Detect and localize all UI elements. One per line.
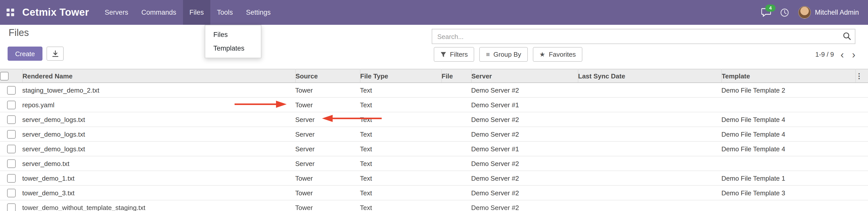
cell-server[interactable]: Demo Server #2: [471, 171, 578, 185]
cell-last-sync-date[interactable]: [578, 83, 721, 97]
cell-server[interactable]: Demo Server #2: [471, 83, 578, 97]
menu-servers[interactable]: Servers: [98, 0, 135, 25]
cell-file[interactable]: [441, 127, 471, 142]
favorites-button[interactable]: ★ Favorites: [533, 47, 582, 62]
cell-template[interactable]: Demo File Template 1: [721, 171, 855, 185]
cell-last-sync-date[interactable]: [578, 112, 721, 127]
cell-source[interactable]: Tower: [295, 97, 360, 112]
cell-source[interactable]: Tower: [295, 185, 360, 200]
menu-tools[interactable]: Tools: [210, 0, 239, 25]
table-row[interactable]: repos.yaml Tower Text Demo Server #1: [0, 97, 868, 112]
group-by-button[interactable]: ≡ Group By: [479, 47, 528, 62]
row-checkbox[interactable]: [7, 145, 16, 153]
row-checkbox[interactable]: [7, 174, 16, 182]
cell-rendered-name[interactable]: server_demo_logs.txt: [22, 142, 295, 156]
table-row[interactable]: tower_demo_without_template_staging.txt …: [0, 200, 868, 211]
pager-previous-button[interactable]: ‹: [839, 49, 845, 59]
messages-button[interactable]: 4: [761, 8, 771, 17]
cell-source[interactable]: Server: [295, 112, 360, 127]
cell-template[interactable]: Demo File Template 3: [721, 185, 855, 200]
cell-server[interactable]: Demo Server #2: [471, 112, 578, 127]
activities-button[interactable]: [780, 8, 789, 17]
cell-server[interactable]: Demo Server #1: [471, 142, 578, 156]
cell-last-sync-date[interactable]: [578, 97, 721, 112]
table-row[interactable]: server_demo_logs.txt Server Text Demo Se…: [0, 142, 868, 156]
cell-file-type[interactable]: Text: [360, 97, 441, 112]
cell-template[interactable]: [721, 156, 855, 171]
optional-columns-toggle[interactable]: ⋮: [855, 69, 868, 83]
cell-file-type[interactable]: Text: [360, 185, 441, 200]
cell-server[interactable]: Demo Server #2: [471, 200, 578, 211]
table-row[interactable]: server_demo_logs.txt Server Text Demo Se…: [0, 127, 868, 142]
cell-rendered-name[interactable]: server_demo_logs.txt: [22, 112, 295, 127]
dropdown-item-files[interactable]: Files: [205, 28, 261, 41]
cell-server[interactable]: Demo Server #2: [471, 156, 578, 171]
cell-file-type[interactable]: Text: [360, 142, 441, 156]
row-checkbox[interactable]: [7, 86, 16, 94]
row-checkbox[interactable]: [7, 203, 16, 211]
cell-last-sync-date[interactable]: [578, 127, 721, 142]
table-row[interactable]: server_demo.txt Server Text Demo Server …: [0, 156, 868, 171]
cell-template[interactable]: Demo File Template 4: [721, 142, 855, 156]
search-icon[interactable]: [843, 32, 851, 42]
cell-last-sync-date[interactable]: [578, 142, 721, 156]
cell-last-sync-date[interactable]: [578, 185, 721, 200]
cell-server[interactable]: Demo Server #2: [471, 127, 578, 142]
cell-source[interactable]: Server: [295, 127, 360, 142]
cell-template[interactable]: [721, 200, 855, 211]
cell-source[interactable]: Tower: [295, 171, 360, 185]
cell-rendered-name[interactable]: tower_demo_3.txt: [22, 185, 295, 200]
column-server[interactable]: Server: [471, 69, 578, 83]
cell-template[interactable]: [721, 97, 855, 112]
column-file-type[interactable]: File Type: [360, 69, 441, 83]
pager-next-button[interactable]: ›: [850, 49, 857, 59]
cell-file-type[interactable]: Text: [360, 171, 441, 185]
cell-file[interactable]: [441, 200, 471, 211]
dropdown-item-templates[interactable]: Templates: [205, 41, 261, 55]
row-checkbox[interactable]: [7, 115, 16, 124]
cell-file-type[interactable]: Text: [360, 127, 441, 142]
cell-last-sync-date[interactable]: [578, 156, 721, 171]
column-last-sync-date[interactable]: Last Sync Date: [578, 69, 721, 83]
cell-file-type[interactable]: Text: [360, 112, 441, 127]
row-checkbox[interactable]: [7, 159, 16, 168]
export-button[interactable]: [46, 47, 64, 61]
app-brand[interactable]: Cetmix Tower: [22, 7, 89, 18]
menu-settings[interactable]: Settings: [239, 0, 277, 25]
cell-source[interactable]: Server: [295, 156, 360, 171]
filters-button[interactable]: Filters: [434, 47, 474, 62]
search-input[interactable]: [432, 29, 855, 44]
cell-file[interactable]: [441, 156, 471, 171]
cell-template[interactable]: Demo File Template 4: [721, 112, 855, 127]
cell-file-type[interactable]: Text: [360, 156, 441, 171]
cell-template[interactable]: Demo File Template 2: [721, 83, 855, 97]
row-checkbox[interactable]: [7, 100, 16, 109]
row-checkbox[interactable]: [7, 130, 16, 139]
cell-source[interactable]: Tower: [295, 83, 360, 97]
cell-source[interactable]: Server: [295, 142, 360, 156]
column-file[interactable]: File: [441, 69, 471, 83]
cell-template[interactable]: Demo File Template 4: [721, 127, 855, 142]
cell-last-sync-date[interactable]: [578, 200, 721, 211]
table-row[interactable]: server_demo_logs.txt Server Text Demo Se…: [0, 112, 868, 127]
cell-file-type[interactable]: Text: [360, 200, 441, 211]
cell-server[interactable]: Demo Server #2: [471, 185, 578, 200]
apps-menu-button[interactable]: [0, 0, 20, 25]
cell-file[interactable]: [441, 185, 471, 200]
column-rendered-name[interactable]: Rendered Name: [22, 69, 295, 83]
table-row[interactable]: staging_tower_demo_2.txt Tower Text Demo…: [0, 83, 868, 97]
cell-server[interactable]: Demo Server #1: [471, 97, 578, 112]
cell-rendered-name[interactable]: tower_demo_1.txt: [22, 171, 295, 185]
table-row[interactable]: tower_demo_1.txt Tower Text Demo Server …: [0, 171, 868, 185]
select-all-checkbox[interactable]: [0, 71, 9, 80]
cell-rendered-name[interactable]: server_demo_logs.txt: [22, 127, 295, 142]
cell-rendered-name[interactable]: repos.yaml: [22, 97, 295, 112]
column-source[interactable]: Source: [295, 69, 360, 83]
cell-file[interactable]: [441, 112, 471, 127]
cell-source[interactable]: Tower: [295, 200, 360, 211]
menu-files[interactable]: Files: [183, 0, 210, 25]
cell-rendered-name[interactable]: staging_tower_demo_2.txt: [22, 83, 295, 97]
menu-commands[interactable]: Commands: [135, 0, 183, 25]
table-row[interactable]: tower_demo_3.txt Tower Text Demo Server …: [0, 185, 868, 200]
create-button[interactable]: Create: [8, 47, 42, 61]
